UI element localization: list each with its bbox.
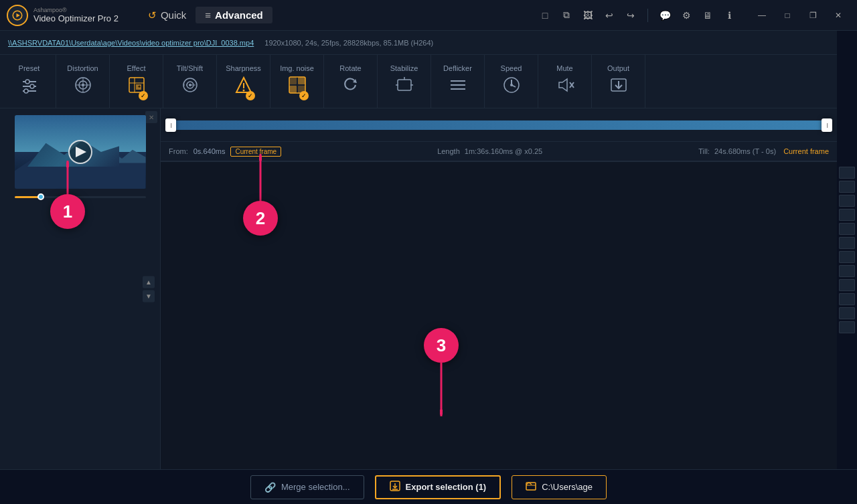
from-label: From: <box>169 147 188 155</box>
svg-rect-26 <box>289 77 297 84</box>
film-frame <box>839 237 855 249</box>
length-info: Length 1m:36s.160ms @ x0.25 <box>287 147 693 155</box>
till-frame[interactable]: Current frame <box>783 147 829 155</box>
tool-imgnoise[interactable]: Img. noise ✓ <box>270 55 324 108</box>
file-meta: 1920x1080, 24s, 25fps, 28828kbps, 85.1MB… <box>264 39 433 47</box>
maximize-button[interactable]: □ <box>775 5 799 26</box>
nav-quick-button[interactable]: ↺ Quick <box>139 7 196 24</box>
svg-point-41 <box>510 84 513 86</box>
app-logo <box>7 5 28 26</box>
path-button[interactable]: C:\Users\age <box>512 475 607 499</box>
nav-advanced-button[interactable]: ≡ Advanced <box>196 7 272 23</box>
film-frame <box>839 321 855 333</box>
film-frame <box>839 307 855 319</box>
titlebar: Ashampoo® Video Optimizer Pro 2 ↺ Quick … <box>0 0 857 31</box>
timeline-bar[interactable] <box>166 120 832 130</box>
rotate-icon <box>341 75 361 99</box>
video-preview[interactable] <box>15 115 146 189</box>
window-icon[interactable]: □ <box>538 8 552 23</box>
nav-down-button[interactable]: ▼ <box>143 290 155 302</box>
film-frame <box>839 293 855 305</box>
tool-preset[interactable]: Preset <box>3 55 56 108</box>
merge-icon: 🔗 <box>264 482 276 493</box>
tool-stabilize[interactable]: Stabilize <box>378 55 431 108</box>
film-frame <box>839 279 855 291</box>
titlebar-icons: □ ⧉ 🖼 ↩ ↪ 💬 ⚙ 🖥 ℹ <box>538 8 736 23</box>
redo-button[interactable]: ↪ <box>623 8 638 23</box>
app-brand: Ashampoo® <box>33 7 119 13</box>
tool-sharpness[interactable]: Sharpness ✓ <box>217 55 270 108</box>
film-frame <box>839 265 855 277</box>
tool-output[interactable]: Output <box>592 55 645 108</box>
effect-icon: + ✓ <box>127 75 147 99</box>
file-path[interactable]: \\ASHSRVDATA01\Userdata\age\Videos\video… <box>8 39 254 47</box>
close-button[interactable]: ✕ <box>826 5 850 26</box>
tool-mute[interactable]: Mute <box>538 55 592 108</box>
file-info-bar: \\ASHSRVDATA01\Userdata\age\Videos\video… <box>0 31 857 55</box>
annotation-2: 2 <box>243 154 278 236</box>
export-label: Export selection (1) <box>406 482 487 492</box>
annotation-3-arrow-down <box>440 363 443 416</box>
preview-scrubber[interactable] <box>15 194 146 199</box>
tool-effect[interactable]: Effect + ✓ <box>110 55 163 108</box>
export-button[interactable]: Export selection (1) <box>375 475 501 499</box>
distortion-icon <box>73 75 93 99</box>
export-icon <box>390 481 400 493</box>
quick-icon: ↺ <box>148 9 157 21</box>
timeline-handle-right[interactable] <box>822 118 832 132</box>
svg-marker-1 <box>17 13 20 17</box>
svg-marker-42 <box>559 79 567 91</box>
merge-button[interactable]: 🔗 Merge selection... <box>250 475 364 499</box>
stabilize-icon <box>394 75 414 99</box>
image-icon[interactable]: 🖼 <box>580 8 595 23</box>
panel-nav: ▲ ▼ <box>143 276 155 302</box>
tool-deflicker[interactable]: Deflicker <box>431 55 485 108</box>
annotation-3-circle: 3 <box>424 328 459 363</box>
panel-close-button[interactable]: ✕ <box>145 111 157 123</box>
till-info: Till: 24s.680ms (T - 0s) Current frame <box>698 147 829 155</box>
info-bar: From: 0s.640ms Current frame Length 1m:3… <box>161 142 837 162</box>
tool-tiltshift[interactable]: Tilt/Shift <box>163 55 217 108</box>
timeline-fill <box>166 120 832 130</box>
tool-speed[interactable]: Speed <box>485 55 538 108</box>
chat-icon[interactable]: 💬 <box>657 8 672 23</box>
svg-rect-28 <box>289 86 297 93</box>
nav-up-button[interactable]: ▲ <box>143 276 155 288</box>
film-frame <box>839 209 855 221</box>
svg-point-6 <box>30 84 34 88</box>
svg-rect-27 <box>298 77 305 84</box>
restore-button[interactable]: ❐ <box>801 5 825 26</box>
play-button[interactable] <box>68 140 92 164</box>
filmstrip <box>837 31 857 469</box>
scrubber-thumb[interactable] <box>37 193 44 200</box>
from-frame-box[interactable]: Current frame <box>230 147 281 157</box>
undo-button[interactable]: ↩ <box>602 8 617 23</box>
till-value: 24s.680ms (T - 0s) <box>714 147 776 155</box>
info-icon[interactable]: ℹ <box>722 8 736 23</box>
tool-rotate[interactable]: Rotate <box>324 55 378 108</box>
timeline-handle-left[interactable] <box>165 118 176 132</box>
imgnoise-check: ✓ <box>299 91 309 100</box>
bottom-bar: 🔗 Merge selection... Export selection (1… <box>0 469 857 504</box>
preset-icon <box>19 75 40 99</box>
minimize-button[interactable]: — <box>750 5 774 26</box>
monitor-icon[interactable]: 🖥 <box>700 8 715 23</box>
svg-rect-31 <box>398 80 411 90</box>
from-value: 0s.640ms <box>193 147 226 155</box>
quick-label: Quick <box>161 9 186 21</box>
imgnoise-icon: ✓ <box>287 75 307 99</box>
tool-distortion[interactable]: Distortion <box>56 55 110 108</box>
advanced-label: Advanced <box>215 9 263 21</box>
path-icon <box>526 481 536 493</box>
svg-text:+: + <box>138 84 141 89</box>
path-label: C:\Users\age <box>542 482 593 492</box>
film-frame <box>839 251 855 263</box>
annotation-2-circle: 2 <box>243 201 278 236</box>
app-name-block: Ashampoo® Video Optimizer Pro 2 <box>33 7 119 23</box>
svg-point-7 <box>24 89 28 93</box>
length-label: Length <box>437 147 460 155</box>
sharpness-check: ✓ <box>246 91 255 100</box>
merge-label: Merge selection... <box>281 482 350 492</box>
clone-icon[interactable]: ⧉ <box>559 8 574 23</box>
settings-icon[interactable]: ⚙ <box>679 8 694 23</box>
